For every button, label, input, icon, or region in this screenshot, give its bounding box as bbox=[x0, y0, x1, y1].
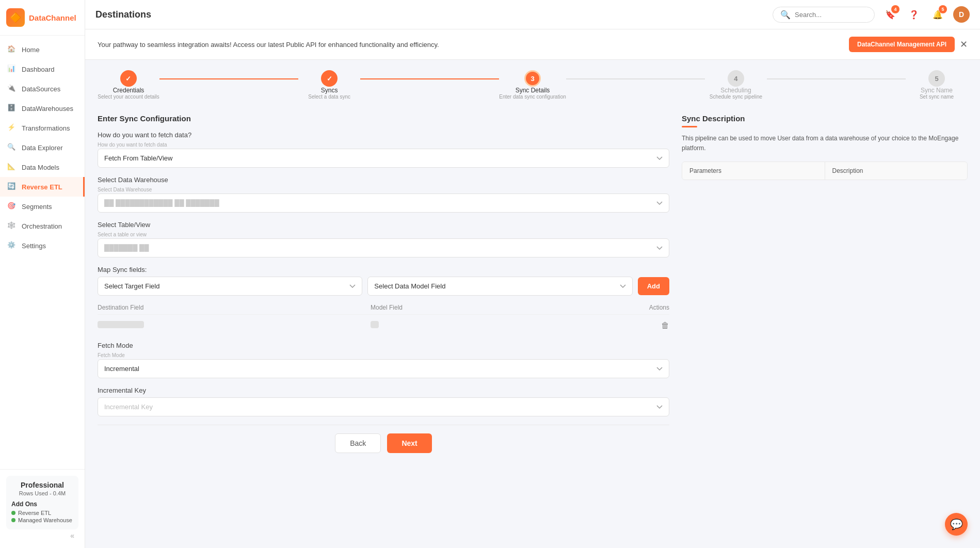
sidebar-collapse-btn[interactable]: « bbox=[6, 529, 78, 542]
header-right: 🔍 🔖 4 ❓ 🔔 5 D bbox=[773, 6, 970, 23]
data-explorer-icon: 🔍 bbox=[7, 143, 17, 152]
sidebar-item-segments[interactable]: 🎯 Segments bbox=[0, 197, 85, 216]
addon-dot-2 bbox=[11, 518, 15, 522]
logo-text: DataChannel bbox=[29, 13, 76, 22]
fetch-mode-label: Fetch Mode bbox=[98, 342, 669, 349]
banner-close-icon[interactable]: ✕ bbox=[960, 39, 968, 50]
banner-right: DataChannel Management API ✕ bbox=[849, 37, 968, 52]
search-input[interactable] bbox=[795, 11, 867, 19]
sidebar-item-settings[interactable]: ⚙️ Settings bbox=[0, 236, 85, 255]
warehouse-label: Select Data Warehouse bbox=[98, 176, 669, 184]
logo-icon: 🔶 bbox=[6, 8, 25, 27]
sidebar-item-data-explorer-label: Data Explorer bbox=[22, 144, 62, 152]
sidebar-item-dashboard[interactable]: 📊 Dashboard bbox=[0, 59, 85, 79]
model-field-select[interactable]: Select Data Model Field bbox=[367, 277, 632, 296]
fetch-mode-select[interactable]: Incremental bbox=[98, 359, 669, 378]
blurred-model bbox=[371, 321, 379, 328]
banner-button[interactable]: DataChannel Management API bbox=[849, 37, 955, 52]
chat-button[interactable]: 💬 bbox=[945, 513, 968, 536]
table-small-label: Select a table or view bbox=[98, 232, 669, 237]
fetch-mode-dropdown-group: Fetch Mode Fetch Mode Incremental bbox=[98, 342, 669, 378]
search-box[interactable]: 🔍 bbox=[773, 7, 875, 23]
step-scheduling-sublabel: Schedule sync pipeline bbox=[710, 94, 762, 100]
next-button[interactable]: Next bbox=[387, 433, 431, 453]
warehouse-select[interactable]: ██ ████████████ ██ ███████ bbox=[98, 194, 669, 213]
step-scheduling: 4 Scheduling Schedule sync pipeline bbox=[705, 70, 767, 100]
destination-field-value bbox=[98, 321, 371, 330]
search-icon: 🔍 bbox=[780, 10, 791, 20]
transformations-icon: ⚡ bbox=[7, 123, 17, 133]
notifications-badge: 5 bbox=[939, 5, 947, 13]
sidebar-item-data-explorer[interactable]: 🔍 Data Explorer bbox=[0, 138, 85, 157]
reverse-etl-icon: 🔄 bbox=[7, 182, 17, 191]
fetch-select[interactable]: Fetch From Table/View bbox=[98, 149, 669, 168]
delete-row-icon[interactable]: 🗑 bbox=[661, 321, 669, 330]
orchestration-icon: 🕸️ bbox=[7, 221, 17, 231]
sidebar-item-home[interactable]: 🏠 Home bbox=[0, 40, 85, 59]
desc-table-header: Parameters Description bbox=[682, 162, 967, 180]
table-row: 🗑 bbox=[98, 318, 669, 333]
bookmark-badge: 4 bbox=[891, 5, 899, 13]
datawarehouses-icon: 🗄️ bbox=[7, 104, 17, 113]
description-column: Sync Description This pipeline can be us… bbox=[682, 114, 968, 453]
main-content: Destinations 🔍 🔖 4 ❓ 🔔 5 D Your pathway … bbox=[85, 0, 980, 548]
back-button[interactable]: Back bbox=[335, 433, 381, 453]
notifications-btn[interactable]: 🔔 5 bbox=[929, 6, 946, 23]
page-content-area: Your pathway to seamless integration awa… bbox=[85, 29, 980, 548]
sidebar-item-data-models[interactable]: 📐 Data Models bbox=[0, 157, 85, 177]
step-sync-name-label: Sync Name bbox=[921, 87, 953, 94]
two-col-layout: Enter Sync Configuration How do you want… bbox=[98, 114, 968, 453]
sync-desc-title: Sync Description bbox=[682, 114, 968, 123]
fetch-small-label: How do you want to fetch data bbox=[98, 142, 669, 148]
incremental-key-select[interactable]: Incremental Key bbox=[98, 397, 669, 416]
connector-2 bbox=[360, 78, 499, 79]
sidebar-nav: 🏠 Home 📊 Dashboard 🔌 DataSources 🗄️ Data… bbox=[0, 36, 85, 469]
sidebar-item-transformations[interactable]: ⚡ Transformations bbox=[0, 118, 85, 138]
desc-col-params: Parameters bbox=[682, 162, 825, 180]
step-credentials-circle: ✓ bbox=[120, 70, 137, 87]
sidebar-item-orchestration-label: Orchestration bbox=[22, 222, 62, 230]
sidebar-item-datasources[interactable]: 🔌 DataSources bbox=[0, 79, 85, 99]
sidebar-item-reverse-etl[interactable]: 🔄 Reverse ETL bbox=[0, 177, 85, 197]
map-sync-group: Map Sync fields: Select Target Field Sel… bbox=[98, 266, 669, 333]
desc-underline bbox=[682, 126, 697, 127]
sidebar-item-dashboard-label: Dashboard bbox=[22, 66, 55, 73]
form-page: ✓ Credentials Select your account detail… bbox=[85, 60, 980, 463]
form-section-title: Enter Sync Configuration bbox=[98, 114, 669, 123]
chevron-left-icon: « bbox=[70, 531, 74, 540]
form-divider bbox=[98, 425, 669, 425]
step-syncs-sublabel: Select a data sync bbox=[308, 94, 350, 100]
model-field-value bbox=[371, 321, 644, 330]
fields-table: Destination Field Model Field Actions bbox=[98, 302, 669, 333]
table-select[interactable]: ███████ ██ bbox=[98, 238, 669, 257]
plan-rows: Rows Used - 0.4M bbox=[11, 490, 73, 496]
step-sync-name-circle: 5 bbox=[928, 70, 945, 87]
help-btn[interactable]: ❓ bbox=[906, 6, 922, 23]
home-icon: 🏠 bbox=[7, 45, 17, 54]
target-field-select[interactable]: Select Target Field bbox=[98, 277, 362, 296]
segments-icon: 🎯 bbox=[7, 202, 17, 211]
step-sync-details-sublabel: Enter data sync configuration bbox=[499, 94, 566, 100]
addon-reverse-etl: Reverse ETL bbox=[11, 510, 73, 516]
logo[interactable]: 🔶 DataChannel bbox=[0, 0, 85, 36]
addons-title: Add Ons bbox=[11, 501, 73, 508]
addon-managed-warehouse-label: Managed Warehouse bbox=[18, 517, 72, 523]
table-group: Select Table/View Select a table or view… bbox=[98, 221, 669, 257]
model-field-header: Model Field bbox=[371, 304, 644, 311]
plan-box: Professional Rows Used - 0.4M Add Ons Re… bbox=[6, 476, 78, 529]
step-scheduling-circle: 4 bbox=[728, 70, 744, 87]
add-field-button[interactable]: Add bbox=[638, 277, 669, 295]
addon-reverse-etl-label: Reverse ETL bbox=[18, 510, 51, 516]
incremental-key-label: Incremental Key bbox=[98, 386, 669, 394]
step-credentials: ✓ Credentials Select your account detail… bbox=[98, 70, 159, 100]
blurred-dest bbox=[98, 321, 144, 328]
addon-dot-1 bbox=[11, 511, 15, 515]
bookmark-btn[interactable]: 🔖 4 bbox=[882, 6, 898, 23]
header: Destinations 🔍 🔖 4 ❓ 🔔 5 D bbox=[85, 0, 980, 29]
row-actions: 🗑 bbox=[644, 321, 669, 330]
user-avatar[interactable]: D bbox=[953, 6, 970, 23]
sidebar-item-datawarehouses[interactable]: 🗄️ DataWarehouses bbox=[0, 99, 85, 118]
sidebar-item-transformations-label: Transformations bbox=[22, 124, 70, 132]
data-models-icon: 📐 bbox=[7, 163, 17, 172]
sidebar-item-orchestration[interactable]: 🕸️ Orchestration bbox=[0, 216, 85, 236]
